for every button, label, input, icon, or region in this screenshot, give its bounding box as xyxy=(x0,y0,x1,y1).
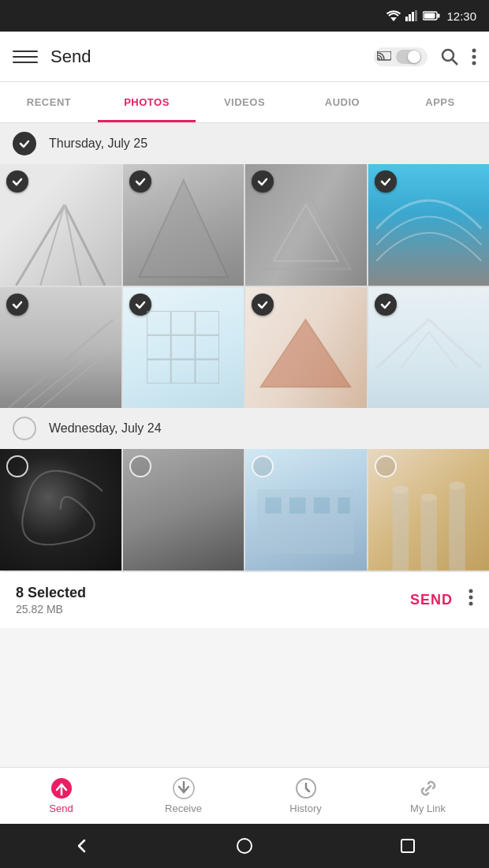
status-time: 12:30 xyxy=(446,9,476,23)
tab-videos[interactable]: VIDEOS xyxy=(196,82,293,122)
cast-icon xyxy=(377,51,393,63)
tabs: RECENT PHOTOS VIDEOS AUDIO APPS xyxy=(0,82,489,123)
content: Thursday, July 25 xyxy=(0,123,489,628)
photo-grid-2 xyxy=(0,449,489,571)
svg-rect-35 xyxy=(266,497,282,513)
svg-marker-20 xyxy=(274,204,338,261)
group1-date: Thursday, July 25 xyxy=(49,137,147,151)
svg-rect-37 xyxy=(314,497,330,513)
svg-line-30 xyxy=(376,319,429,367)
selection-size: 25.82 MB xyxy=(16,603,410,615)
svg-rect-1 xyxy=(405,17,408,21)
selection-more-button[interactable] xyxy=(468,589,473,611)
toolbar-title: Send xyxy=(50,47,361,67)
group1-check[interactable] xyxy=(13,132,36,155)
status-bar: 12:30 xyxy=(0,0,489,32)
photo-cell-9[interactable] xyxy=(0,449,121,571)
mylink-nav-icon xyxy=(417,777,439,799)
svg-line-17 xyxy=(65,204,80,285)
selection-info: 8 Selected 25.82 MB xyxy=(16,585,410,615)
nav-send-label: Send xyxy=(49,803,73,814)
cast-toggle[interactable] xyxy=(374,47,427,66)
date-header-1[interactable]: Thursday, July 25 xyxy=(0,123,489,164)
group2-date: Wednesday, July 24 xyxy=(49,421,162,436)
photo-cell-11[interactable] xyxy=(245,449,367,571)
tab-recent[interactable]: RECENT xyxy=(0,82,98,122)
more-button[interactable] xyxy=(472,48,476,65)
svg-point-12 xyxy=(472,54,476,58)
nav-history[interactable]: History xyxy=(244,768,367,824)
group2-check[interactable] xyxy=(13,417,36,440)
svg-line-31 xyxy=(428,319,481,367)
recent-button[interactable] xyxy=(399,837,416,855)
photo-cell-12[interactable] xyxy=(368,449,490,571)
svg-marker-0 xyxy=(390,17,397,21)
svg-point-45 xyxy=(469,589,473,593)
svg-rect-41 xyxy=(420,497,436,570)
send-button[interactable]: SEND xyxy=(410,592,453,608)
wifi-icon xyxy=(386,10,401,21)
nav-receive[interactable]: Receive xyxy=(122,768,244,824)
tab-apps[interactable]: APPS xyxy=(391,82,489,122)
svg-point-11 xyxy=(472,48,476,52)
search-button[interactable] xyxy=(440,47,459,66)
photo-check-empty-11[interactable] xyxy=(252,455,274,477)
photo-grid-1 xyxy=(0,164,489,408)
toolbar-actions xyxy=(374,47,476,66)
svg-line-14 xyxy=(16,204,64,285)
back-button[interactable] xyxy=(73,837,90,855)
signal-icon xyxy=(405,10,418,21)
tab-photos[interactable]: PHOTOS xyxy=(98,82,196,122)
photo-cell-6[interactable] xyxy=(123,287,244,409)
home-button[interactable] xyxy=(236,837,253,855)
svg-rect-3 xyxy=(412,12,414,21)
svg-rect-54 xyxy=(401,840,414,852)
android-nav-bar xyxy=(0,824,489,868)
svg-rect-2 xyxy=(409,14,411,21)
svg-point-42 xyxy=(420,493,436,501)
selection-count: 8 Selected xyxy=(16,585,410,601)
svg-line-33 xyxy=(428,331,457,368)
photo-cell-7[interactable] xyxy=(245,287,367,409)
svg-marker-29 xyxy=(261,320,350,387)
nav-mylink-label: My Link xyxy=(410,803,446,814)
svg-point-47 xyxy=(469,602,473,606)
svg-rect-4 xyxy=(415,10,417,21)
bottom-nav: Send Receive History xyxy=(0,767,489,824)
photo-cell-10[interactable] xyxy=(123,449,244,571)
svg-rect-39 xyxy=(392,489,408,570)
svg-marker-18 xyxy=(139,180,228,277)
nav-history-label: History xyxy=(289,803,321,814)
svg-rect-43 xyxy=(449,485,465,570)
tab-audio[interactable]: AUDIO xyxy=(293,82,391,122)
send-nav-icon xyxy=(50,777,73,799)
svg-marker-19 xyxy=(261,189,350,269)
svg-point-46 xyxy=(469,596,473,600)
svg-point-44 xyxy=(449,481,465,489)
photo-cell-8[interactable] xyxy=(368,287,490,409)
selection-bar: 8 Selected 25.82 MB SEND xyxy=(0,572,489,628)
svg-point-40 xyxy=(392,485,408,493)
photo-cell-5[interactable] xyxy=(0,287,121,409)
cast-switch[interactable] xyxy=(396,50,421,64)
nav-mylink[interactable]: My Link xyxy=(367,768,489,824)
svg-point-9 xyxy=(442,50,454,61)
photo-cell-2[interactable] xyxy=(123,164,244,286)
svg-line-32 xyxy=(400,331,428,368)
receive-nav-icon xyxy=(173,777,195,799)
svg-rect-6 xyxy=(424,13,435,19)
photo-cell-1[interactable] xyxy=(0,164,121,286)
svg-line-10 xyxy=(453,59,458,65)
photo-cell-4[interactable] xyxy=(368,164,490,286)
nav-send[interactable]: Send xyxy=(0,768,122,824)
menu-button[interactable] xyxy=(13,44,38,69)
photo-cell-3[interactable] xyxy=(245,164,367,286)
svg-point-13 xyxy=(472,61,476,65)
svg-line-15 xyxy=(65,204,105,285)
nav-receive-label: Receive xyxy=(165,803,202,814)
photo-check-empty-10[interactable] xyxy=(129,455,151,477)
svg-line-16 xyxy=(40,204,65,285)
date-header-2[interactable]: Wednesday, July 24 xyxy=(0,408,489,449)
svg-rect-38 xyxy=(338,497,350,513)
svg-line-22 xyxy=(24,335,114,408)
